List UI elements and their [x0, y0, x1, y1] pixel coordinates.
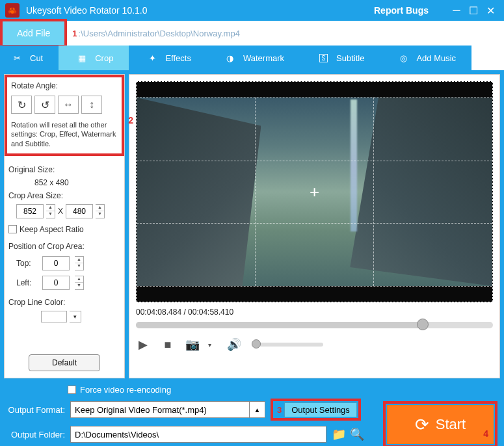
- maximize-button[interactable]: ☐: [465, 3, 482, 18]
- crop-center-icon: +: [310, 182, 319, 202]
- video-preview[interactable]: +: [136, 81, 493, 302]
- crop-line-color-swatch[interactable]: [41, 311, 67, 322]
- refresh-icon: ⟳: [415, 415, 429, 435]
- preview-panel: + 00:04:08.484 / 00:04:58.410 ▶ ■ 📷 ▾ 🔊: [129, 74, 500, 378]
- add-file-button[interactable]: Add File: [3, 21, 64, 45]
- file-path-text: :\Users\Administrator\Desktop\Norway.mp4: [79, 29, 240, 38]
- crop-left-spinner[interactable]: ▲▼: [75, 276, 84, 290]
- start-button[interactable]: ⟳ Start 4: [387, 405, 494, 444]
- crop-width-input[interactable]: [16, 204, 44, 218]
- timecode-display: 00:04:08.484 / 00:04:58.410: [136, 308, 493, 317]
- title-bar: 🦀 Ukeysoft Video Rotator 10.1.0 Report B…: [0, 0, 504, 21]
- left-label: Left:: [16, 278, 37, 287]
- crop-top-input[interactable]: [42, 256, 70, 270]
- rotate-angle-label: Rotate Angle:: [11, 81, 118, 90]
- settings-panel: Rotate Angle: ↻ ↺ ↔ ↕ Rotation will rese…: [4, 74, 125, 378]
- seek-handle[interactable]: [417, 319, 429, 330]
- tab-subtitle[interactable]: 🅂Subtitle: [300, 46, 380, 70]
- crop-top-spinner[interactable]: ▲▼: [75, 256, 84, 270]
- search-icon[interactable]: 🔍: [350, 427, 364, 441]
- crop-left-input[interactable]: [42, 276, 70, 290]
- file-path-display: 1 :\Users\Administrator\Desktop\Norway.m…: [72, 29, 240, 38]
- tab-cut[interactable]: ✂Cut: [0, 46, 59, 70]
- stop-button[interactable]: ■: [161, 337, 175, 352]
- keep-aspect-ratio-checkbox[interactable]: [8, 225, 17, 233]
- scissors-icon: ✂: [9, 50, 25, 66]
- seek-slider[interactable]: [136, 322, 493, 328]
- output-folder-input[interactable]: D:\Documents\Videos\: [70, 426, 326, 443]
- start-button-wrap: ⟳ Start 4: [383, 401, 497, 446]
- crop-icon: ▦: [74, 50, 90, 66]
- app-title: Ukeysoft Video Rotator 10.1.0: [26, 5, 148, 16]
- file-bar: Add File 1 :\Users\Administrator\Desktop…: [0, 21, 504, 46]
- original-size-label: Original Size:: [8, 165, 120, 174]
- force-reencode-checkbox[interactable]: [68, 386, 76, 394]
- flip-horizontal-button[interactable]: ↔: [58, 96, 79, 114]
- position-label: Position of Crop Area:: [8, 242, 120, 251]
- app-logo-icon: 🦀: [5, 3, 20, 18]
- play-button[interactable]: ▶: [136, 337, 150, 352]
- rotate-section: Rotate Angle: ↻ ↺ ↔ ↕ Rotation will rese…: [5, 75, 124, 156]
- minimize-button[interactable]: ─: [448, 3, 465, 18]
- output-settings-button[interactable]: Output Settings: [284, 402, 357, 417]
- crop-height-input[interactable]: [66, 204, 93, 218]
- crop-line-color-label: Crop Line Color:: [8, 298, 120, 307]
- music-target-icon: ◎: [395, 50, 411, 66]
- original-size-value: 852 x 480: [34, 178, 120, 187]
- crop-line-color-dropdown[interactable]: ▾: [70, 311, 81, 322]
- tab-bar: ✂Cut ▦Crop ✦Effects ◑Watermark 🅂Subtitle…: [0, 46, 504, 70]
- rotate-cw-button[interactable]: ↻: [11, 96, 32, 114]
- flip-vertical-button[interactable]: ↕: [81, 96, 102, 114]
- annotation-2: 2: [128, 115, 133, 125]
- close-button[interactable]: ✕: [482, 3, 499, 18]
- tab-add-music[interactable]: ◎Add Music: [380, 46, 471, 70]
- droplet-icon: ◑: [222, 50, 238, 66]
- tab-watermark[interactable]: ◑Watermark: [207, 46, 300, 70]
- top-label: Top:: [16, 259, 37, 268]
- output-folder-label: Output Folder:: [5, 430, 65, 439]
- output-format-label: Output Format:: [5, 405, 65, 415]
- crop-width-spinner[interactable]: ▲▼: [46, 204, 55, 218]
- volume-slider[interactable]: [252, 343, 323, 347]
- rotate-warning-text: Rotation will reset all the other settin…: [11, 120, 118, 148]
- output-format-combo[interactable]: Keep Original Video Format(*.mp4) ▲: [70, 401, 265, 418]
- browse-folder-icon[interactable]: 📁: [332, 427, 346, 441]
- snapshot-button[interactable]: 📷: [185, 337, 200, 352]
- annotation-4: 4: [483, 428, 488, 439]
- force-reencode-label: Force video re-encoding: [80, 385, 171, 395]
- keep-aspect-ratio-label: Keep Aspect Ratio: [20, 225, 84, 234]
- bottom-bar: Force video re-encoding Output Format: K…: [0, 382, 504, 446]
- tab-effects[interactable]: ✦Effects: [129, 46, 207, 70]
- crop-area-size-label: Crop Area Size:: [8, 191, 120, 200]
- default-button[interactable]: Default: [29, 354, 100, 371]
- annotation-1: 1: [72, 29, 77, 38]
- main-area: Rotate Angle: ↻ ↺ ↔ ↕ Rotation will rese…: [0, 70, 504, 382]
- report-bugs-link[interactable]: Report Bugs: [374, 5, 429, 16]
- annotation-3: 3: [277, 405, 282, 415]
- volume-icon[interactable]: 🔊: [227, 337, 241, 352]
- rotate-ccw-button[interactable]: ↺: [34, 96, 55, 114]
- snapshot-dropdown-icon[interactable]: ▾: [202, 337, 217, 352]
- sparkle-icon: ✦: [144, 50, 160, 66]
- tab-crop[interactable]: ▦Crop: [59, 46, 129, 70]
- chevron-up-icon[interactable]: ▲: [249, 402, 265, 417]
- subtitle-icon: 🅂: [315, 50, 331, 66]
- volume-handle[interactable]: [252, 339, 261, 348]
- crop-height-spinner[interactable]: ▲▼: [96, 204, 105, 218]
